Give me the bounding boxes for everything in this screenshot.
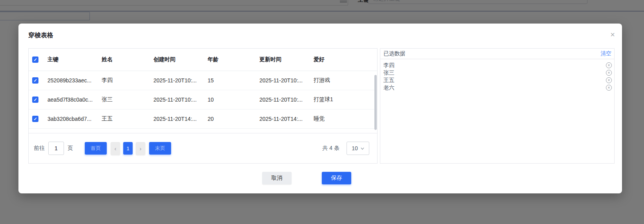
last-page-button[interactable]: 末页 [149, 142, 171, 155]
header-checkbox-cell: ✓ [29, 56, 47, 63]
selected-item: 张三× [383, 69, 612, 76]
selected-item-label: 张三 [383, 69, 394, 76]
table-cell: 2025-11-20T10:... [259, 97, 314, 103]
row-checkbox-cell: ✓ [29, 77, 47, 84]
table-cell: aea5d7f38c0a0c... [47, 97, 102, 103]
table-row: ✓3ab3208cba6d7...王五2025-11-20T14:...2020… [29, 109, 377, 129]
row-checkbox[interactable]: ✓ [32, 116, 38, 122]
transfer-table-dialog: 穿梭表格 × ✓ 主键 姓名 创建时间 年龄 更新时间 爱好 ✓252089b2… [18, 24, 622, 193]
pagination-bar: 前往 页 首页 ‹ 1 › 末页 共 4 条 10 [29, 133, 377, 163]
prev-page-button[interactable]: ‹ [111, 142, 120, 155]
check-icon: ✓ [33, 98, 37, 102]
table-cell: 2025-11-20T10:... [153, 97, 208, 103]
remove-item-icon[interactable]: × [606, 85, 612, 91]
selected-item: 李四× [383, 62, 612, 69]
check-icon: ✓ [33, 78, 37, 83]
remove-item-icon[interactable]: × [606, 77, 612, 83]
column-header: 创建时间 [153, 56, 208, 63]
selected-panel-title: 已选数据 [383, 50, 405, 57]
next-page-button[interactable]: › [136, 142, 145, 155]
row-checkbox[interactable]: ✓ [32, 77, 38, 84]
page-size-value: 10 [352, 145, 358, 151]
dialog-title: 穿梭表格 [28, 31, 53, 40]
selected-item: 老六× [383, 84, 612, 91]
selected-data-panel: 已选数据 清空 李四×张三×王五×老六× [380, 48, 615, 164]
table-scrollbar[interactable] [374, 75, 377, 130]
page-size-select[interactable]: 10 [347, 142, 369, 155]
remove-item-icon[interactable]: × [606, 70, 612, 76]
table-row: ✓252089b233aec...李四2025-11-20T10:...1520… [29, 71, 377, 90]
table-cell: 打篮球1 [314, 96, 377, 103]
table-cell: 10 [208, 97, 259, 103]
column-header: 爱好 [314, 56, 377, 63]
table-cell: 睡觉 [314, 115, 377, 122]
select-all-checkbox[interactable]: ✓ [32, 56, 38, 63]
row-checkbox[interactable]: ✓ [32, 97, 38, 103]
table-cell: 252089b233aec... [47, 77, 102, 84]
check-icon: ✓ [33, 117, 37, 121]
table-row: ✓aea5d7f38c0a0c...张三2025-11-20T10:...102… [29, 90, 377, 109]
table-cell: 2025-11-20T10:... [153, 77, 208, 84]
table-cell: 2025-11-20T14:... [153, 116, 208, 122]
cancel-button[interactable]: 取消 [262, 172, 292, 184]
close-icon[interactable]: × [610, 31, 615, 38]
table-header-row: ✓ 主键 姓名 创建时间 年龄 更新时间 爱好 [29, 49, 377, 71]
current-page-button[interactable]: 1 [123, 142, 133, 155]
table-cell: 张三 [102, 96, 153, 103]
goto-page-input[interactable] [48, 142, 64, 155]
table-cell: 2025-11-20T14:... [259, 116, 314, 122]
selected-panel-header: 已选数据 清空 [380, 49, 614, 59]
column-header: 姓名 [102, 56, 153, 63]
goto-label: 前往 [34, 145, 45, 152]
table-body: ✓252089b233aec...李四2025-11-20T10:...1520… [29, 71, 377, 129]
row-checkbox-cell: ✓ [29, 116, 47, 122]
selected-list: 李四×张三×王五×老六× [380, 59, 614, 91]
page-unit-label: 页 [68, 145, 73, 152]
table-cell: 李四 [102, 77, 153, 84]
table-cell: 2025-11-20T10:... [259, 77, 314, 84]
save-button[interactable]: 保存 [322, 172, 351, 184]
column-header: 更新时间 [259, 56, 314, 63]
selected-item-label: 王五 [383, 77, 394, 84]
first-page-button[interactable]: 首页 [85, 142, 107, 155]
table-cell: 打游戏 [314, 77, 377, 84]
chevron-down-icon [361, 147, 364, 150]
table-cell: 王五 [102, 115, 153, 122]
column-header: 年龄 [208, 56, 259, 63]
table-cell: 15 [208, 77, 259, 84]
selected-item: 王五× [383, 76, 612, 84]
selected-item-label: 老六 [383, 84, 394, 91]
table-cell: 3ab3208cba6d7... [47, 116, 102, 122]
source-table-panel: ✓ 主键 姓名 创建时间 年龄 更新时间 爱好 ✓252089b233aec..… [28, 48, 378, 164]
column-header: 主键 [47, 56, 102, 63]
total-count-label: 共 4 条 [322, 145, 339, 152]
row-checkbox-cell: ✓ [29, 97, 47, 103]
check-icon: ✓ [33, 58, 37, 62]
table-cell: 20 [208, 116, 259, 122]
selected-item-label: 李四 [383, 62, 394, 69]
remove-item-icon[interactable]: × [606, 62, 612, 68]
clear-all-button[interactable]: 清空 [600, 50, 611, 57]
